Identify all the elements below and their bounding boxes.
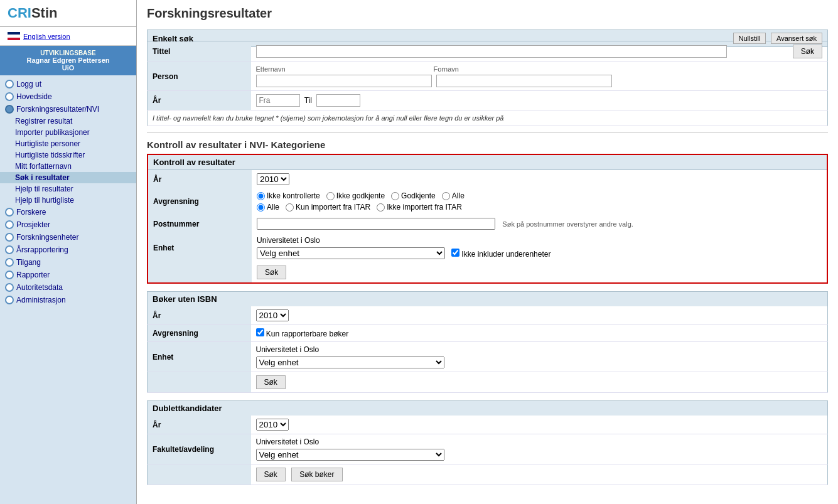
boker-ar-label: År bbox=[148, 306, 251, 325]
english-version-link[interactable]: English version bbox=[23, 33, 70, 40]
sidebar-item-mitt-forfatternavn[interactable]: Mitt forfatternavn bbox=[0, 161, 136, 172]
nav-label: Årsrapportering bbox=[16, 245, 68, 254]
kontroll-ar-select[interactable]: 2010 2009 2011 bbox=[257, 173, 289, 185]
boker-enhet-value: Universitetet i Oslo bbox=[256, 345, 823, 354]
bullet-icon bbox=[5, 271, 14, 279]
radio-alle-row2-input[interactable] bbox=[257, 203, 265, 212]
radio-ikke-kontrollerte-input[interactable] bbox=[257, 192, 265, 200]
english-version-row: English version bbox=[0, 27, 136, 46]
postnummer-input[interactable] bbox=[257, 218, 495, 230]
sidebar-item-administrasjon[interactable]: Administrasjon bbox=[0, 294, 136, 306]
person-value-cell: Etternavn Fornavn bbox=[251, 62, 828, 91]
kontroll-section-title: Kontroll av resultater i NVI- Kategorien… bbox=[147, 139, 828, 150]
sidebar-item-tilgang[interactable]: Tilgang bbox=[0, 256, 136, 269]
dublett-fakultet-value: Universitetet i Oslo bbox=[256, 437, 823, 446]
radio-ikke-importert-input[interactable] bbox=[377, 203, 385, 212]
kontroll-sok-button[interactable]: Søk bbox=[257, 265, 286, 279]
sidebar-item-rapporter[interactable]: Rapporter bbox=[0, 269, 136, 281]
nav-label: Registrer resultat bbox=[15, 117, 72, 126]
nav-label: Prosjekter bbox=[16, 220, 50, 229]
bullet-icon bbox=[5, 233, 14, 242]
bullet-icon bbox=[5, 220, 14, 229]
sidebar-item-arsrapportering[interactable]: Årsrapportering bbox=[0, 244, 136, 256]
sidebar-item-hjelp-til-hurtigliste[interactable]: Hjelp til hurtigliste bbox=[0, 195, 136, 206]
boker-sok-label-cell bbox=[148, 372, 251, 393]
etternavn-col-label: Etternavn bbox=[256, 65, 432, 73]
avgrensning-radio-group-2: Alle Kun importert fra ITAR Ikke importe… bbox=[257, 203, 822, 212]
ar-row: År Til bbox=[148, 91, 828, 110]
sidebar: CRIStin English version UTVIKLINGSBASE R… bbox=[0, 0, 137, 504]
kontroll-header: Kontroll av resultater bbox=[148, 155, 827, 170]
sidebar-item-hurtigliste-tidsskrifter[interactable]: Hurtigliste tidsskrifter bbox=[0, 149, 136, 161]
fra-input[interactable] bbox=[256, 94, 300, 107]
boker-ar-select[interactable]: 2010 2009 bbox=[256, 309, 289, 321]
bullet-icon bbox=[5, 296, 14, 304]
bullet-icon bbox=[5, 92, 14, 101]
radio-ikke-godkjente-label: Ikke godkjente bbox=[336, 191, 385, 200]
sidebar-item-hjelp-til-resultater[interactable]: Hjelp til resultater bbox=[0, 183, 136, 195]
fornavn-input[interactable] bbox=[436, 75, 612, 87]
dublett-fakultet-label: Fakultet/avdeling bbox=[148, 434, 251, 464]
nav-label: Autoritetsdata bbox=[16, 283, 63, 292]
tittel-input[interactable] bbox=[256, 45, 727, 58]
radio-ikke-godkjente-input[interactable] bbox=[326, 192, 335, 200]
dublett-enhet-select[interactable]: Velg enhet bbox=[256, 449, 444, 461]
radio-ikke-kontrollerte[interactable]: Ikke kontrollerte bbox=[257, 191, 320, 200]
enkelt-sok-actions: Nullstill Avansert søk bbox=[731, 33, 822, 44]
nav-label: Tilgang bbox=[16, 258, 41, 267]
sidebar-item-registrer-resultat[interactable]: Registrer resultat bbox=[0, 115, 136, 127]
avansert-sok-button[interactable]: Avansert søk bbox=[771, 33, 822, 44]
enhet-row: Enhet Universitetet i Oslo Velg enhet Ik… bbox=[148, 233, 827, 262]
sidebar-item-autoritetsdata[interactable]: Autoritetsdata bbox=[0, 281, 136, 294]
dublett-ar-value-cell: 2010 2009 bbox=[251, 416, 828, 434]
boker-kun-rapporterbare-label[interactable]: Kun rapporterbare bøker bbox=[256, 330, 349, 338]
enhet-label: Enhet bbox=[148, 233, 252, 262]
dublett-ar-select[interactable]: 2010 2009 bbox=[256, 419, 289, 431]
radio-kun-importert-input[interactable] bbox=[286, 203, 294, 212]
enhet-select[interactable]: Velg enhet bbox=[257, 247, 445, 259]
boker-kun-rapporterbare-checkbox[interactable] bbox=[256, 328, 264, 336]
radio-godkjente-input[interactable] bbox=[391, 192, 399, 200]
sidebar-item-logg-ut[interactable]: Logg ut bbox=[0, 78, 136, 90]
sidebar-item-forskningsenheter[interactable]: Forskningsenheter bbox=[0, 231, 136, 244]
dublett-sok-button[interactable]: Søk bbox=[256, 468, 286, 481]
radio-godkjente[interactable]: Godkjente bbox=[391, 191, 436, 200]
kontroll-sok-label-cell bbox=[148, 262, 252, 282]
enkelt-sok-button[interactable]: Søk bbox=[793, 45, 822, 58]
dublett-header-label: Dublettkandidater bbox=[153, 404, 222, 413]
dublett-sok-boker-button[interactable]: Søk bøker bbox=[291, 468, 342, 481]
inkluder-checkbox-label[interactable]: Ikke inkluder underenheter bbox=[451, 249, 551, 259]
sidebar-item-forskningsresultater[interactable]: Forskningsresultater/NVI bbox=[0, 103, 136, 115]
boker-sok-button[interactable]: Søk bbox=[256, 375, 286, 389]
sidebar-item-sok-i-resultater[interactable]: Søk i resultater bbox=[0, 172, 136, 183]
sidebar-item-importer-publikasjoner[interactable]: Importer publikasjoner bbox=[0, 127, 136, 138]
nav-label: Hjelp til resultater bbox=[15, 185, 73, 193]
til-input[interactable] bbox=[316, 94, 360, 107]
sidebar-item-hurtigliste-personer[interactable]: Hurtigliste personer bbox=[0, 138, 136, 149]
person-label: Person bbox=[148, 62, 251, 91]
user-box: UTVIKLINGSBASE Ragnar Edgren Pettersen U… bbox=[0, 46, 136, 75]
radio-alle-row1-input[interactable] bbox=[442, 192, 450, 200]
radio-ikke-godkjente[interactable]: Ikke godkjente bbox=[326, 191, 385, 200]
separator-1 bbox=[147, 132, 828, 133]
nullstill-button[interactable]: Nullstill bbox=[733, 33, 766, 44]
db-label: UTVIKLINGSBASE bbox=[3, 50, 134, 56]
inkluder-checkbox[interactable] bbox=[451, 249, 459, 257]
boker-ar-row: År 2010 2009 bbox=[148, 306, 828, 325]
page-title: Forskningsresultater bbox=[147, 6, 828, 23]
radio-alle-row1[interactable]: Alle bbox=[442, 191, 465, 200]
enhet-value: Universitetet i Oslo bbox=[257, 236, 822, 245]
sidebar-item-hovedside[interactable]: Hovedside bbox=[0, 90, 136, 103]
inkluder-label: Ikke inkluder underenheter bbox=[461, 250, 551, 259]
dublett-sok-row: Søk Søk bøker bbox=[148, 464, 828, 485]
bullet-icon bbox=[5, 105, 14, 114]
boker-avgrensning-label: Avgrensning bbox=[148, 325, 251, 342]
radio-ikke-importert[interactable]: Ikke importert fra ITAR bbox=[377, 203, 462, 212]
radio-godkjente-label: Godkjente bbox=[401, 191, 436, 200]
sidebar-item-prosjekter[interactable]: Prosjekter bbox=[0, 218, 136, 231]
etternavn-input[interactable] bbox=[256, 75, 432, 87]
radio-alle-row2[interactable]: Alle bbox=[257, 203, 279, 212]
sidebar-item-forskere[interactable]: Forskere bbox=[0, 206, 136, 218]
radio-kun-importert[interactable]: Kun importert fra ITAR bbox=[286, 203, 370, 212]
boker-enhet-select[interactable]: Velg enhet bbox=[256, 357, 444, 368]
